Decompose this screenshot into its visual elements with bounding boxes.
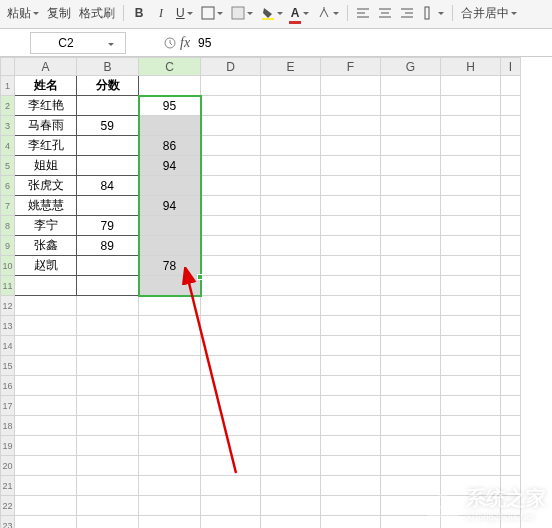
row-header-18[interactable]: 18 bbox=[1, 416, 15, 436]
cell-E18[interactable] bbox=[261, 416, 321, 436]
cell-G10[interactable] bbox=[381, 256, 441, 276]
cell-E8[interactable] bbox=[261, 216, 321, 236]
cell-B7[interactable] bbox=[77, 196, 139, 216]
font-color-button[interactable]: A bbox=[288, 3, 313, 23]
cell-G5[interactable] bbox=[381, 156, 441, 176]
cell-G20[interactable] bbox=[381, 456, 441, 476]
cell-F13[interactable] bbox=[321, 316, 381, 336]
row-5[interactable]: 5姐姐94 bbox=[1, 156, 521, 176]
cell-C14[interactable] bbox=[139, 336, 201, 356]
cell-F21[interactable] bbox=[321, 476, 381, 496]
row-1[interactable]: 1姓名分数 bbox=[1, 76, 521, 96]
cell-G6[interactable] bbox=[381, 176, 441, 196]
cell-D4[interactable] bbox=[201, 136, 261, 156]
cell-D16[interactable] bbox=[201, 376, 261, 396]
cell-B2[interactable] bbox=[77, 96, 139, 116]
row-header-15[interactable]: 15 bbox=[1, 356, 15, 376]
cell-E1[interactable] bbox=[261, 76, 321, 96]
cell-C11[interactable] bbox=[139, 276, 201, 296]
cell-C10[interactable]: 78 bbox=[139, 256, 201, 276]
cell-I5[interactable] bbox=[501, 156, 521, 176]
col-header-B[interactable]: B bbox=[77, 58, 139, 76]
row-20[interactable]: 20 bbox=[1, 456, 521, 476]
clear-button[interactable] bbox=[314, 3, 342, 23]
cell-I3[interactable] bbox=[501, 116, 521, 136]
cell-B19[interactable] bbox=[77, 436, 139, 456]
cell-F7[interactable] bbox=[321, 196, 381, 216]
cell-I8[interactable] bbox=[501, 216, 521, 236]
cell-G15[interactable] bbox=[381, 356, 441, 376]
cell-H13[interactable] bbox=[441, 316, 501, 336]
cell-F10[interactable] bbox=[321, 256, 381, 276]
orientation-button[interactable] bbox=[419, 3, 447, 23]
cell-E9[interactable] bbox=[261, 236, 321, 256]
cell-C17[interactable] bbox=[139, 396, 201, 416]
cell-C20[interactable] bbox=[139, 456, 201, 476]
cell-I11[interactable] bbox=[501, 276, 521, 296]
row-15[interactable]: 15 bbox=[1, 356, 521, 376]
align-left-button[interactable] bbox=[353, 3, 373, 23]
cell-G13[interactable] bbox=[381, 316, 441, 336]
cell-H9[interactable] bbox=[441, 236, 501, 256]
row-3[interactable]: 3马春雨59 bbox=[1, 116, 521, 136]
cell-H4[interactable] bbox=[441, 136, 501, 156]
cell-D1[interactable] bbox=[201, 76, 261, 96]
row-header-17[interactable]: 17 bbox=[1, 396, 15, 416]
cell-H19[interactable] bbox=[441, 436, 501, 456]
cell-I16[interactable] bbox=[501, 376, 521, 396]
cell-A15[interactable] bbox=[15, 356, 77, 376]
row-18[interactable]: 18 bbox=[1, 416, 521, 436]
cell-A6[interactable]: 张虎文 bbox=[15, 176, 77, 196]
select-all-corner[interactable] bbox=[1, 58, 15, 76]
cell-H20[interactable] bbox=[441, 456, 501, 476]
row-header-5[interactable]: 5 bbox=[1, 156, 15, 176]
cell-D17[interactable] bbox=[201, 396, 261, 416]
underline-button[interactable]: U bbox=[173, 3, 196, 23]
row-header-6[interactable]: 6 bbox=[1, 176, 15, 196]
cell-F5[interactable] bbox=[321, 156, 381, 176]
cell-H2[interactable] bbox=[441, 96, 501, 116]
cell-E15[interactable] bbox=[261, 356, 321, 376]
italic-button[interactable]: I bbox=[151, 3, 171, 23]
cell-E21[interactable] bbox=[261, 476, 321, 496]
cell-D14[interactable] bbox=[201, 336, 261, 356]
cell-B11[interactable] bbox=[77, 276, 139, 296]
cell-D8[interactable] bbox=[201, 216, 261, 236]
cell-C21[interactable] bbox=[139, 476, 201, 496]
cell-D22[interactable] bbox=[201, 496, 261, 516]
cell-C12[interactable] bbox=[139, 296, 201, 316]
cell-G8[interactable] bbox=[381, 216, 441, 236]
cell-A8[interactable]: 李宁 bbox=[15, 216, 77, 236]
cell-B17[interactable] bbox=[77, 396, 139, 416]
cell-B5[interactable] bbox=[77, 156, 139, 176]
cell-A3[interactable]: 马春雨 bbox=[15, 116, 77, 136]
cell-F8[interactable] bbox=[321, 216, 381, 236]
cell-A10[interactable]: 赵凯 bbox=[15, 256, 77, 276]
cell-I15[interactable] bbox=[501, 356, 521, 376]
cell-I14[interactable] bbox=[501, 336, 521, 356]
cell-C19[interactable] bbox=[139, 436, 201, 456]
row-header-10[interactable]: 10 bbox=[1, 256, 15, 276]
cell-A2[interactable]: 李红艳 bbox=[15, 96, 77, 116]
cell-H16[interactable] bbox=[441, 376, 501, 396]
cell-C18[interactable] bbox=[139, 416, 201, 436]
align-center-button[interactable] bbox=[375, 3, 395, 23]
col-header-I[interactable]: I bbox=[501, 58, 521, 76]
cell-F22[interactable] bbox=[321, 496, 381, 516]
cell-B20[interactable] bbox=[77, 456, 139, 476]
border-button[interactable] bbox=[198, 3, 226, 23]
row-header-19[interactable]: 19 bbox=[1, 436, 15, 456]
cell-C23[interactable] bbox=[139, 516, 201, 529]
cell-C3[interactable] bbox=[139, 116, 201, 136]
cell-C9[interactable] bbox=[139, 236, 201, 256]
cell-B10[interactable] bbox=[77, 256, 139, 276]
cell-D2[interactable] bbox=[201, 96, 261, 116]
cell-C8[interactable] bbox=[139, 216, 201, 236]
cell-B8[interactable]: 79 bbox=[77, 216, 139, 236]
cell-I13[interactable] bbox=[501, 316, 521, 336]
cell-A19[interactable] bbox=[15, 436, 77, 456]
cell-A13[interactable] bbox=[15, 316, 77, 336]
cell-A20[interactable] bbox=[15, 456, 77, 476]
row-9[interactable]: 9张鑫89 bbox=[1, 236, 521, 256]
cell-H8[interactable] bbox=[441, 216, 501, 236]
